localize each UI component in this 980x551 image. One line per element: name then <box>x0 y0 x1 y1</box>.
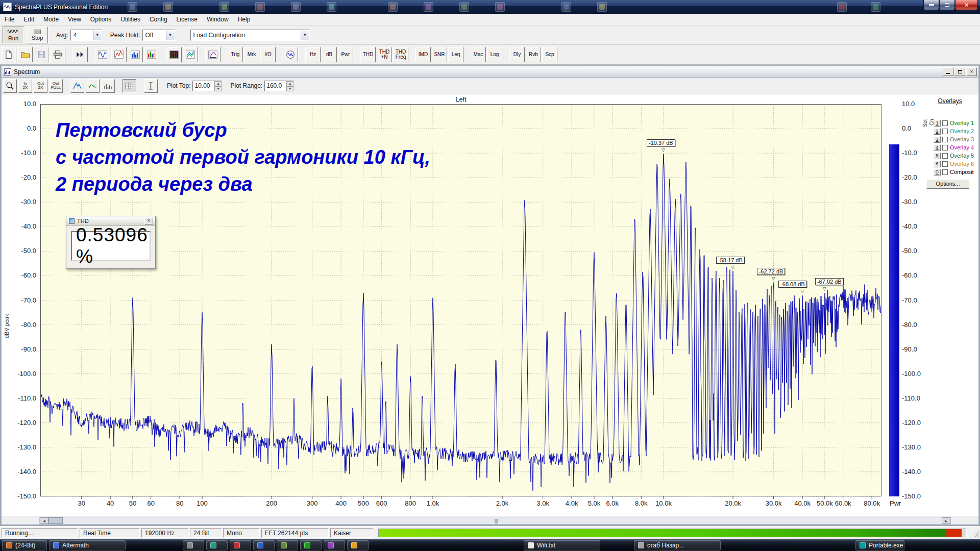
spectrum-close-button[interactable]: × <box>966 67 977 76</box>
hz-button[interactable]: Hz <box>305 47 321 62</box>
zoom-out-full-button[interactable]: Out FULL <box>49 79 63 93</box>
taskbar-item-icon[interactable] <box>230 540 251 550</box>
logging-button[interactable]: Log <box>487 47 502 62</box>
menu-mode[interactable]: Mode <box>39 14 63 25</box>
overlay-checkbox[interactable] <box>942 137 948 142</box>
avg-combobox[interactable]: 4 ▼ <box>70 30 102 41</box>
taskbar-item-icon[interactable] <box>347 540 369 550</box>
close-button[interactable]: × <box>955 0 978 10</box>
bar-plot-button[interactable] <box>128 47 143 62</box>
db-button[interactable]: dB <box>322 47 337 62</box>
thd-freq-button[interactable]: THD Freq <box>393 47 408 62</box>
overlay-checkbox[interactable] <box>942 161 948 167</box>
overlay-checkbox[interactable] <box>942 120 948 126</box>
menu-file[interactable]: File <box>0 14 19 25</box>
taskbar-item-wifi-txt[interactable]: Wifi.txt <box>524 540 600 550</box>
zoom-in-2x-button[interactable]: In 2X <box>18 79 32 93</box>
taskbar-item-aftermath[interactable]: Aftermath <box>49 540 126 550</box>
overlay-checkbox[interactable] <box>942 145 948 151</box>
taskbar-item-icon[interactable] <box>300 540 322 550</box>
cursor-ibeam-button[interactable] <box>144 79 158 93</box>
imd-button[interactable]: IMD <box>415 47 431 62</box>
taskbar-item-icon[interactable] <box>324 540 345 550</box>
menu-config[interactable]: Config <box>145 14 172 25</box>
plot-top-spinbox[interactable]: 10.00 ▲▼ <box>192 81 222 91</box>
print-button[interactable] <box>50 47 65 62</box>
overlay-checkbox[interactable] <box>942 169 948 175</box>
thd-n-button[interactable]: THD +N <box>377 47 392 62</box>
leq-button[interactable]: Leq <box>448 47 463 62</box>
minimize-button[interactable] <box>923 0 939 10</box>
open-file-button[interactable] <box>17 47 33 62</box>
taskbar-item-portable-exe[interactable]: Portable.exe <box>855 540 904 550</box>
menu-help[interactable]: Help <box>233 14 255 25</box>
scroll-left-button[interactable]: ◄ <box>40 517 48 524</box>
peak-hold-combobox[interactable]: Off ▼ <box>142 30 175 41</box>
overlay-set-button[interactable]: 6 <box>934 161 941 167</box>
markers-button[interactable]: Mrk <box>244 47 259 62</box>
fast-forward-button[interactable] <box>72 47 88 62</box>
taskbar-item-[interactable]: стаб Назар... <box>634 540 721 550</box>
overlay-set-button[interactable]: 5 <box>934 153 941 159</box>
new-file-button[interactable] <box>1 47 16 62</box>
overlay-set-button[interactable]: 4 <box>934 144 941 151</box>
menu-view[interactable]: View <box>63 14 86 25</box>
overlay-checkbox[interactable] <box>942 129 948 134</box>
surface-plot-button[interactable] <box>183 47 198 62</box>
color-spectrum-button[interactable] <box>144 47 159 62</box>
menu-window[interactable]: Window <box>202 14 233 25</box>
thd-button[interactable]: THD <box>360 47 376 62</box>
overlay-set-button[interactable]: 2 <box>934 128 941 135</box>
pwr-button[interactable]: Pwr <box>338 47 353 62</box>
peak-curve-button[interactable] <box>70 79 84 93</box>
resize-grip[interactable] <box>971 529 979 537</box>
overlay-checkbox[interactable] <box>942 153 948 159</box>
menu-utilities[interactable]: Utilities <box>116 14 145 25</box>
taskbar-item-icon[interactable] <box>277 540 298 550</box>
plot-top-spin-down[interactable]: ▼ <box>214 86 222 91</box>
trigger-button[interactable]: Trig <box>228 47 243 62</box>
plot-range-spin-down[interactable]: ▼ <box>286 86 293 91</box>
scrollbar-track[interactable] <box>63 517 942 524</box>
stop-button[interactable]: Stop <box>27 27 48 43</box>
phase-plot-button[interactable] <box>205 47 220 62</box>
plot-range-spinbox[interactable]: 160.0 ▲▼ <box>264 81 294 91</box>
overlay-set-button[interactable]: 1 <box>934 120 941 127</box>
scroll-right-button[interactable]: ► <box>942 517 950 524</box>
zoom-tool-button[interactable] <box>3 79 17 93</box>
delay-button[interactable]: Dly <box>509 47 525 62</box>
scrollbar-thumb[interactable] <box>48 517 63 524</box>
plot-top-spin-up[interactable]: ▲ <box>214 81 222 86</box>
plot-range-spin-up[interactable]: ▲ <box>286 81 293 86</box>
reverb-button[interactable]: Rvb <box>526 47 541 62</box>
thd-window-close-button[interactable]: × <box>144 217 153 224</box>
spectrogram-button[interactable] <box>166 47 182 62</box>
run-button[interactable]: Run <box>3 27 24 43</box>
spectrum-minimize-button[interactable] <box>943 67 953 76</box>
maximize-button[interactable] <box>939 0 955 10</box>
data-grid-button[interactable] <box>122 79 136 93</box>
zoom-out-2x-button[interactable]: Out 2X <box>34 79 47 93</box>
scope-button[interactable]: Scp <box>542 47 557 62</box>
overlay-set-button[interactable]: C <box>934 169 941 176</box>
load-configuration-combobox[interactable]: Load Configuration ▼ <box>190 30 310 41</box>
overlay-set-button[interactable]: 3 <box>934 136 941 143</box>
spectrum-plot-button[interactable] <box>111 47 127 62</box>
menu-license[interactable]: License <box>172 14 202 25</box>
menu-options[interactable]: Options <box>86 14 116 25</box>
time-series-button[interactable] <box>95 47 110 62</box>
signal-generator-button[interactable] <box>283 47 298 62</box>
bar-display-button[interactable] <box>101 79 115 93</box>
spectrum-restore-button[interactable] <box>954 67 965 76</box>
taskbar-item-24-bit[interactable]: (24-Bit) <box>2 540 47 550</box>
snr-button[interactable]: SNR <box>432 47 447 62</box>
taskbar-item-icon[interactable] <box>206 540 228 550</box>
smooth-curve-button[interactable] <box>86 79 100 93</box>
menu-edit[interactable]: Edit <box>19 14 39 25</box>
io-button[interactable]: I/O <box>260 47 276 62</box>
save-file-button[interactable] <box>34 47 49 62</box>
taskbar-item-icon[interactable] <box>183 540 204 550</box>
thd-readout-window[interactable]: THD × 0.53096 % <box>66 216 156 269</box>
macro-button[interactable]: Mac <box>471 47 486 62</box>
taskbar-item-icon[interactable] <box>253 540 275 550</box>
